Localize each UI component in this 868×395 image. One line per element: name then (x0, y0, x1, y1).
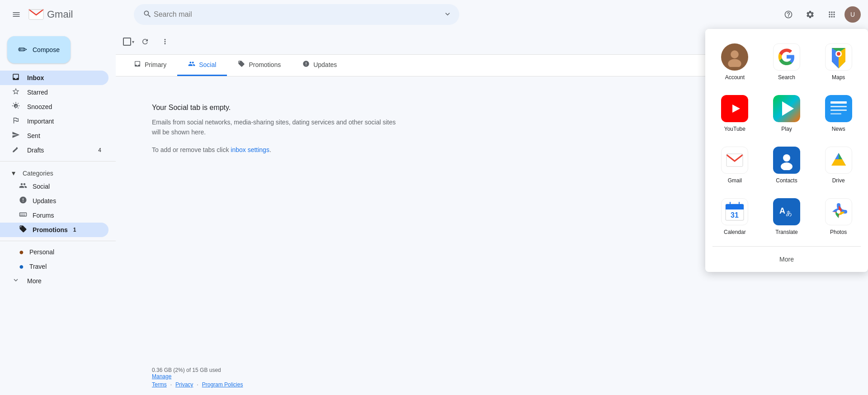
sidebar-item-social[interactable]: Social (0, 179, 108, 194)
more-label: More (27, 277, 101, 285)
apps-button[interactable] (823, 5, 841, 24)
sidebar-item-sent[interactable]: Sent (0, 128, 108, 143)
app-item-play[interactable]: Play (761, 88, 813, 139)
app-item-news[interactable]: News (812, 88, 864, 139)
drive-app-label: Drive (832, 177, 845, 184)
gmail-app-label: Gmail (728, 177, 742, 184)
photos-app-label: Photos (830, 229, 847, 235)
starred-label: Starred (27, 89, 101, 96)
search-button[interactable] (141, 8, 154, 22)
apps-more-button[interactable]: More (705, 250, 868, 268)
sidebar-item-promotions[interactable]: Promotions 1 (0, 223, 108, 237)
svg-point-21 (783, 154, 790, 162)
settings-button[interactable] (801, 5, 819, 24)
sidebar-item-forums[interactable]: Forums (0, 208, 108, 223)
sidebar-item-important[interactable]: Important (0, 114, 108, 128)
select-dropdown-arrow[interactable]: ▾ (132, 39, 134, 44)
sidebar-item-more[interactable]: More (0, 274, 108, 288)
personal-icon: ● (19, 247, 24, 257)
svg-point-36 (837, 210, 840, 214)
svg-text:A: A (779, 206, 785, 215)
app-item-account[interactable]: Account (709, 36, 761, 88)
app-item-youtube[interactable]: YouTube (709, 88, 761, 139)
svg-rect-29 (726, 208, 744, 209)
play-app-icon (773, 95, 800, 122)
primary-tab-icon (134, 60, 141, 69)
sidebar-item-updates[interactable]: Updates (0, 194, 108, 208)
svg-rect-14 (825, 95, 852, 122)
sent-label: Sent (27, 132, 101, 139)
footer-links: Terms · Privacy · Program Policies (152, 381, 832, 388)
drive-app-icon (825, 147, 852, 174)
manage-link-container: Manage (152, 373, 832, 380)
svg-point-3 (728, 59, 741, 67)
sidebar-item-travel[interactable]: ● Travel (0, 259, 108, 274)
user-avatar[interactable]: U (844, 6, 861, 23)
svg-rect-16 (830, 106, 847, 107)
apps-panel: Account Search (705, 29, 868, 272)
sidebar-item-drafts[interactable]: Drafts 4 (0, 143, 108, 157)
social-tab-icon (188, 60, 195, 69)
news-app-label: News (832, 126, 845, 132)
app-item-drive[interactable]: Drive (812, 139, 864, 191)
storage-info: 0.36 GB (2%) of 15 GB used (152, 367, 832, 373)
updates-label: Updates (33, 197, 56, 205)
categories-header[interactable]: ▾ Categories (0, 165, 116, 179)
inbox-settings-link[interactable]: inbox settings (231, 146, 269, 153)
tab-promotions[interactable]: Promotions (227, 55, 292, 76)
promotions-sidebar-label: Promotions (33, 226, 68, 233)
snoozed-label: Snoozed (27, 103, 101, 110)
promotions-sidebar-icon (19, 225, 27, 235)
promotions-tab-icon (238, 60, 245, 69)
more-icon (12, 276, 20, 286)
app-item-photos[interactable]: Photos (812, 191, 864, 243)
select-all-checkbox[interactable] (123, 38, 131, 46)
starred-icon (12, 87, 20, 98)
app-item-search[interactable]: Search (761, 36, 813, 88)
search-expand-button[interactable] (443, 10, 452, 20)
more-options-button[interactable] (156, 33, 174, 51)
contacts-app-label: Contacts (776, 177, 797, 184)
svg-text:あ: あ (786, 210, 792, 217)
updates-icon (19, 196, 27, 206)
tab-primary[interactable]: Primary (123, 55, 177, 76)
svg-point-10 (837, 52, 840, 56)
help-button[interactable] (779, 5, 797, 24)
topbar-right: U (779, 5, 861, 24)
sent-icon (12, 131, 20, 141)
play-app-label: Play (781, 126, 792, 132)
sidebar-item-personal[interactable]: ● Personal (0, 245, 108, 259)
hamburger-button[interactable] (7, 5, 25, 24)
youtube-app-label: YouTube (724, 126, 745, 132)
app-item-maps[interactable]: Maps (812, 36, 864, 88)
topbar-left: Gmail (7, 5, 123, 24)
sidebar-divider (0, 161, 116, 162)
app-item-gmail[interactable]: Gmail (709, 139, 761, 191)
news-app-icon (825, 95, 852, 122)
app-item-calendar[interactable]: 31 Calendar (709, 191, 761, 243)
app-item-contacts[interactable]: Contacts (761, 139, 813, 191)
terms-link[interactable]: Terms (152, 381, 167, 388)
calendar-app-label: Calendar (724, 229, 746, 235)
sidebar-item-snoozed[interactable]: Snoozed (0, 100, 108, 114)
maps-app-icon (825, 43, 852, 71)
sidebar-item-inbox[interactable]: Inbox (0, 71, 108, 85)
tab-updates[interactable]: Updates (292, 55, 348, 76)
expand-icon: ▾ (12, 169, 15, 177)
compose-button[interactable]: ✏ Compose (7, 36, 71, 63)
privacy-link[interactable]: Privacy (175, 381, 193, 388)
refresh-button[interactable] (136, 33, 154, 51)
sidebar: ✏ Compose Inbox Starred Snoozed Im (0, 29, 116, 395)
search-input[interactable] (154, 10, 443, 19)
travel-icon: ● (19, 262, 24, 271)
gmail-wordmark: Gmail (47, 9, 73, 20)
tab-social[interactable]: Social (177, 55, 227, 76)
sidebar-item-starred[interactable]: Starred (0, 85, 108, 100)
svg-rect-19 (726, 154, 743, 167)
important-label: Important (27, 118, 101, 125)
social-tab-label: Social (199, 61, 216, 68)
program-policies-link[interactable]: Program Policies (202, 381, 243, 388)
empty-description: Emails from social networks, media-shari… (152, 117, 405, 138)
app-item-translate[interactable]: A あ Translate (761, 191, 813, 243)
manage-link[interactable]: Manage (152, 373, 171, 380)
